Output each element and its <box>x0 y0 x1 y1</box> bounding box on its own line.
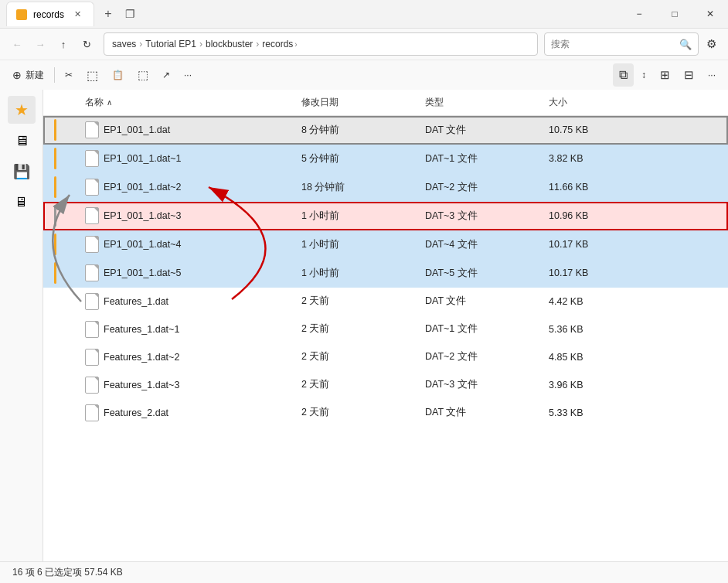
sort-button[interactable]: ↕ <box>635 63 652 87</box>
file-icon <box>85 179 99 196</box>
file-icon <box>85 264 99 281</box>
header-type[interactable]: 类型 <box>420 90 544 115</box>
breadcrumb-records[interactable]: records <box>262 39 293 49</box>
more2-button[interactable]: ··· <box>702 63 722 87</box>
new-label: 新建 <box>26 69 44 82</box>
breadcrumb-saves[interactable]: saves <box>112 39 136 49</box>
toolbar: ⊕ 新建 ✂ ⬚ 📋 ⬚ ↗ ··· ⧉ ↕ <box>0 60 728 90</box>
file-name-label: Features_1.dat <box>104 296 168 307</box>
row-type: DAT~4 文件 <box>420 235 544 254</box>
refresh-button[interactable]: ↻ <box>76 33 97 55</box>
table-row[interactable]: Features_1.dat~22 天前DAT~2 文件4.85 KB <box>43 343 728 371</box>
row-name[interactable]: EP1_001_1.dat~2 <box>80 176 297 199</box>
rename-button[interactable]: ⬚ <box>131 63 155 87</box>
table-row[interactable]: EP1_001_1.dat~218 分钟前DAT~2 文件11.66 KB <box>43 173 728 202</box>
file-name-label: EP1_001_1.dat~2 <box>104 182 181 193</box>
tab-bar: records ✕ + ❐ <box>6 2 621 26</box>
search-input[interactable] <box>551 39 675 49</box>
row-name[interactable]: EP1_001_1.dat <box>80 118 297 141</box>
row-bar <box>49 116 80 144</box>
tab-records[interactable]: records ✕ <box>6 2 94 26</box>
address-bar: ← → ↑ ↻ saves › Tutorial EP1 › blockbust… <box>0 28 728 60</box>
maximize-button[interactable]: □ <box>657 0 692 28</box>
copy-icon: ⬚ <box>87 68 98 83</box>
row-name[interactable]: Features_1.dat~1 <box>80 318 297 341</box>
table-row[interactable]: Features_1.dat2 天前DAT 文件4.42 KB <box>43 288 728 315</box>
header-size[interactable]: 大小 <box>544 90 637 115</box>
orange-indicator <box>54 119 56 141</box>
close-button[interactable]: ✕ <box>692 0 728 28</box>
row-bar <box>49 173 80 201</box>
sidebar-item-drive[interactable]: 💾 <box>8 158 36 186</box>
restore-tab-button[interactable]: ❐ <box>119 3 141 25</box>
table-row[interactable]: Features_1.dat~32 天前DAT~3 文件3.96 KB <box>43 371 728 399</box>
file-name-label: EP1_001_1.dat~3 <box>104 210 181 221</box>
tab-label: records <box>33 9 64 20</box>
up-button[interactable]: ↑ <box>53 33 74 55</box>
copy-button[interactable]: ⬚ <box>80 63 104 87</box>
file-icon <box>85 207 99 224</box>
search-bar[interactable]: 🔍 <box>544 32 699 56</box>
more2-icon: ··· <box>708 70 716 80</box>
row-name[interactable]: EP1_001_1.dat~3 <box>80 204 297 227</box>
header-modified-label: 修改日期 <box>301 96 338 109</box>
row-modified: 5 分钟前 <box>297 149 420 169</box>
sort-asc-icon: ∧ <box>107 98 112 107</box>
share-button[interactable]: ↗ <box>156 63 176 87</box>
row-modified: 2 天前 <box>297 403 420 422</box>
orange-indicator <box>54 234 56 255</box>
back-button[interactable]: ← <box>6 33 28 55</box>
more-button[interactable]: ··· <box>178 63 198 87</box>
header-modified[interactable]: 修改日期 <box>297 90 420 115</box>
row-modified: 1 小时前 <box>297 235 420 254</box>
table-row[interactable]: EP1_001_1.dat~41 小时前DAT~4 文件10.17 KB <box>43 230 728 259</box>
header-size-label: 大小 <box>549 96 567 109</box>
table-row[interactable]: EP1_001_1.dat~51 小时前DAT~5 文件10.17 KB <box>43 259 728 288</box>
tab-close-button[interactable]: ✕ <box>70 8 84 22</box>
table-row[interactable]: EP1_001_1.dat~15 分钟前DAT~1 文件3.82 KB <box>43 145 728 173</box>
view2-button[interactable]: ⊞ <box>654 63 676 87</box>
paste-button[interactable]: 📋 <box>106 63 130 87</box>
cut-button[interactable]: ✂ <box>59 63 79 87</box>
file-table[interactable]: 名称 ∧ 修改日期 类型 大小 EP1_001_1.dat8 分钟前DAT 文件… <box>43 90 728 561</box>
sidebar-item-computer[interactable]: 🖥 <box>8 127 36 155</box>
minimize-button[interactable]: − <box>621 0 657 28</box>
sort-icon: ↕ <box>641 70 646 80</box>
row-size: 5.33 KB <box>544 404 637 421</box>
row-name[interactable]: Features_1.dat~3 <box>80 373 297 397</box>
new-tab-button[interactable]: + <box>97 3 119 25</box>
orange-indicator <box>54 176 56 198</box>
row-type: DAT~5 文件 <box>420 264 544 283</box>
view1-button[interactable]: ⧉ <box>613 63 634 87</box>
row-name[interactable]: Features_2.dat <box>80 401 297 424</box>
sidebar-item-star[interactable]: ★ <box>8 96 36 124</box>
breadcrumb-blockbuster[interactable]: blockbuster <box>206 39 253 49</box>
view2-icon: ⊞ <box>660 68 670 82</box>
row-name[interactable]: Features_1.dat~2 <box>80 346 297 369</box>
breadcrumb-bar[interactable]: saves › Tutorial EP1 › blockbuster › rec… <box>104 32 538 56</box>
row-type: DAT~2 文件 <box>420 347 544 367</box>
table-row[interactable]: EP1_001_1.dat8 分钟前DAT 文件10.75 KB <box>43 116 728 145</box>
sidebar-item-network[interactable]: 🖥 <box>8 189 36 216</box>
view3-button[interactable]: ⊟ <box>678 63 700 87</box>
table-row[interactable]: Features_2.dat2 天前DAT 文件5.33 KB <box>43 399 728 427</box>
breadcrumb-tutorial[interactable]: Tutorial EP1 <box>145 39 196 49</box>
row-bar <box>49 298 80 305</box>
forward-button[interactable]: → <box>29 33 51 55</box>
row-name[interactable]: EP1_001_1.dat~4 <box>80 233 297 256</box>
table-row[interactable]: Features_1.dat~12 天前DAT~1 文件5.36 KB <box>43 315 728 343</box>
header-name[interactable]: 名称 ∧ <box>80 90 297 115</box>
table-row[interactable]: EP1_001_1.dat~31 小时前DAT~3 文件10.96 KB <box>43 202 728 230</box>
paste-icon: 📋 <box>112 70 124 80</box>
row-bar <box>49 354 80 360</box>
row-name[interactable]: Features_1.dat <box>80 290 297 313</box>
row-bar <box>49 230 80 258</box>
file-name-label: Features_1.dat~2 <box>104 352 179 363</box>
row-name[interactable]: EP1_001_1.dat~5 <box>80 261 297 285</box>
row-type: DAT~3 文件 <box>420 206 544 226</box>
new-button[interactable]: ⊕ 新建 <box>6 63 50 87</box>
settings-button[interactable]: ⚙ <box>700 33 722 55</box>
share-icon: ↗ <box>162 70 170 80</box>
file-rows-container: EP1_001_1.dat8 分钟前DAT 文件10.75 KBEP1_001_… <box>43 116 728 427</box>
row-name[interactable]: EP1_001_1.dat~1 <box>80 147 297 170</box>
